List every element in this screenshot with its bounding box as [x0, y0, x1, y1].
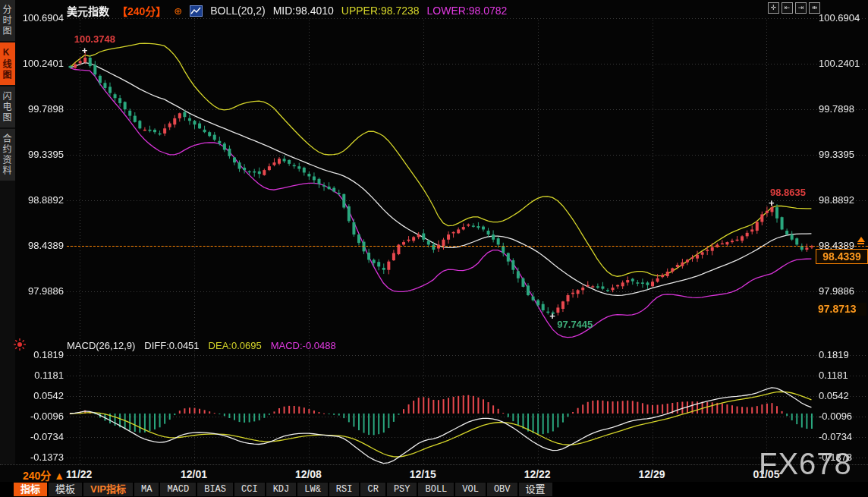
- main-axis-label-right: 99.7898: [819, 103, 867, 115]
- sidebar-tab-kline[interactable]: K线图: [0, 42, 15, 85]
- main-axis-label-left: 98.4389: [18, 240, 64, 251]
- main-axis-label-left: 100.6904: [18, 12, 64, 24]
- macd-dea-value: DEA:0.0695: [209, 340, 262, 351]
- recent-high-label: 98.8635: [770, 187, 806, 198]
- macd-hist-value: MACD:-0.0488: [271, 340, 336, 351]
- recent-high-cross-marker: +: [769, 200, 775, 206]
- last-price-tag: 98.4339: [816, 249, 868, 264]
- main-axis-label-right: 100.2401: [819, 58, 867, 69]
- chart-application: 分时图 K线图 闪电图 合约资料 美元指数 【240分】 ⊕ BOLL(20,2…: [0, 0, 868, 497]
- toolbar-ma-button[interactable]: MA: [134, 483, 159, 496]
- macd-axis-label-left: 0.0542: [18, 390, 64, 401]
- date-label: 12/15: [410, 468, 436, 480]
- toolbar-rsi-button[interactable]: RSI: [329, 483, 360, 496]
- watermark: FX678: [759, 447, 852, 481]
- chart-style-icon[interactable]: [190, 5, 203, 17]
- zoom-out-x-icon[interactable]: ⇤: [782, 2, 793, 14]
- toolbar-indicator-button[interactable]: 指标: [14, 483, 47, 496]
- main-axis-label-left: 99.3395: [18, 149, 64, 160]
- toolbar-cci-button[interactable]: CCI: [234, 483, 265, 496]
- symbol-name: 美元指数: [67, 3, 109, 18]
- chart-tool-icons: ✛ ⇤ ⇥ ⇻: [768, 2, 820, 14]
- x-axis-row: 240分 ▲ 11/2212/0112/0812/1512/2212/2901/…: [0, 464, 868, 483]
- toolbar-boll-button[interactable]: BOLL: [418, 483, 454, 496]
- macd-axis-label-left: 0.1181: [18, 370, 64, 381]
- add-indicator-icon[interactable]: ⊕: [174, 5, 182, 17]
- main-axis-label-left: 97.9886: [18, 285, 64, 297]
- main-axis-label-left: 99.7898: [18, 103, 64, 115]
- swing-high-label: 100.3748: [74, 33, 115, 45]
- toolbar-obv-button[interactable]: OBV: [487, 483, 517, 496]
- boll-mid-value: MID:98.4010: [273, 5, 334, 17]
- toolbar-kdj-button[interactable]: KDJ: [266, 483, 297, 496]
- main-axis-label-right: 97.9886: [819, 285, 867, 297]
- date-label: 11/22: [66, 468, 92, 480]
- scroll-latest-icon[interactable]: ⇻: [809, 2, 820, 14]
- indicator-settings-icon[interactable]: [14, 338, 26, 354]
- high-cross-marker: +: [82, 48, 88, 54]
- macd-name[interactable]: MACD(26,12,9): [67, 340, 135, 351]
- macd-axis-label-right: 0.0542: [819, 390, 867, 401]
- toolbar-settings-button[interactable]: 设置: [519, 483, 552, 496]
- macd-axis-label-right: -0.0734: [819, 431, 867, 442]
- main-axis-label-right: 98.8892: [819, 194, 867, 206]
- main-axis-label-right: 99.3395: [819, 149, 867, 160]
- toolbar-vip-indicator-button[interactable]: VIP指标: [83, 483, 133, 496]
- zoom-in-x-icon[interactable]: ⇥: [795, 2, 807, 14]
- boll-upper-value: UPPER:98.7238: [341, 5, 420, 17]
- sidebar-tab-lightning[interactable]: 闪电图: [0, 87, 15, 127]
- toolbar-template-button[interactable]: 模板: [49, 483, 82, 496]
- main-axis-label-right: 100.6904: [819, 12, 867, 24]
- main-axis-label-left: 100.2401: [18, 58, 64, 69]
- price-up-arrow-icon: [857, 237, 865, 244]
- move-icon[interactable]: ✛: [768, 2, 779, 14]
- toolbar-vol-button[interactable]: VOL: [455, 483, 486, 496]
- toolbar-psy-button[interactable]: PSY: [387, 483, 417, 496]
- period-label[interactable]: 【240分】: [117, 3, 166, 18]
- macd-axis-label-right: -0.0096: [819, 410, 867, 422]
- date-label: 12/08: [295, 468, 322, 480]
- main-axis-label-left: 98.8892: [18, 194, 64, 206]
- timeframe-selector[interactable]: 240分 ▲: [23, 467, 64, 483]
- macd-axis-label-right: 0.1819: [819, 349, 867, 360]
- toolbar-bias-button[interactable]: BIAS: [197, 483, 233, 496]
- sidebar-tab-timeline[interactable]: 分时图: [0, 0, 15, 41]
- chart-header: 美元指数 【240分】 ⊕ BOLL(20,2) MID:98.4010 UPP…: [67, 3, 507, 18]
- low-cross-marker: +: [549, 313, 555, 319]
- date-label: 12/29: [639, 468, 665, 480]
- chart-canvas[interactable]: [0, 0, 868, 497]
- last-price-dashed-line: [67, 246, 868, 247]
- macd-header: MACD(26,12,9) DIFF:0.0451 DEA:0.0695 MAC…: [67, 340, 336, 351]
- boll-label[interactable]: BOLL(20,2): [210, 5, 265, 17]
- macd-axis-label-left: -0.0096: [18, 410, 64, 422]
- toolbar-cr-button[interactable]: CR: [360, 483, 385, 496]
- macd-axis-label-left: -0.0734: [18, 431, 64, 442]
- boll-lower-value: LOWER:98.0782: [427, 5, 508, 17]
- macd-axis-label-left: -0.1373: [18, 451, 64, 463]
- sidebar-tab-contract-info[interactable]: 合约资料: [0, 129, 15, 181]
- macd-diff-value: DIFF:0.0451: [144, 340, 199, 351]
- date-label: 12/22: [524, 468, 551, 480]
- toolbar-lw-button[interactable]: LW&: [297, 483, 328, 496]
- swing-low-label: 97.7445: [557, 319, 593, 330]
- chart-type-sidebar: 分时图 K线图 闪电图 合约资料: [0, 0, 15, 464]
- date-label: 12/01: [181, 468, 207, 480]
- toolbar-macd-button[interactable]: MACD: [160, 483, 196, 496]
- secondary-price-tag: 97.8713: [818, 303, 866, 316]
- indicator-toolbar: 指标 模板 VIP指标 MA MACD BIAS CCI KDJ LW& RSI…: [0, 482, 868, 497]
- dropdown-arrow-icon: ▲: [54, 470, 64, 482]
- macd-axis-label-right: 0.1181: [819, 370, 867, 381]
